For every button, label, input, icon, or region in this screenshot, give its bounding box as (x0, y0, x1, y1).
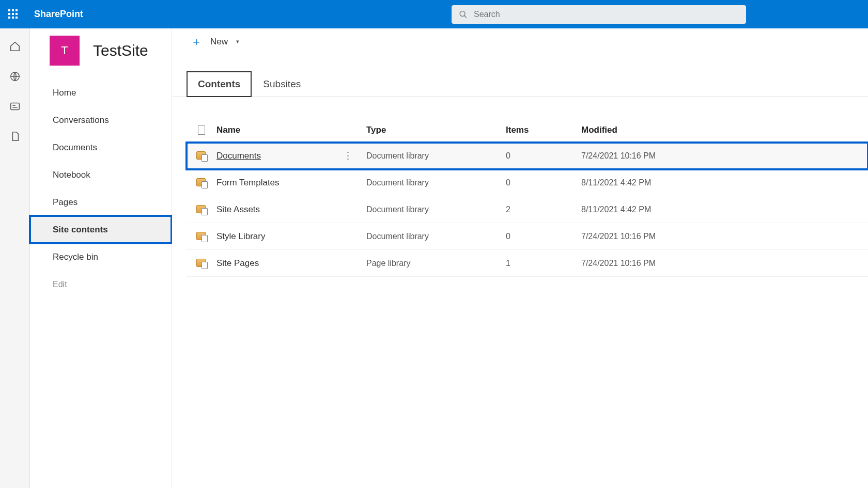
item-name-link[interactable]: Documents (216, 151, 261, 161)
tab[interactable]: Contents (187, 71, 252, 97)
library-icon (196, 151, 207, 161)
nav-item[interactable]: Recycle bin (30, 243, 172, 271)
item-type: Document library (366, 178, 506, 187)
item-modified: 7/24/2021 10:16 PM (581, 232, 674, 241)
new-button[interactable]: ＋ New ▾ (187, 31, 243, 53)
app-launcher-icon[interactable] (8, 9, 19, 20)
item-count: 2 (506, 205, 581, 214)
left-panel: T TestSite HomeConversationsDocumentsNot… (30, 28, 172, 488)
contents-table: Name Type Items Modified Documents⋮Docum… (172, 97, 868, 277)
table-header-row: Name Type Items Modified (187, 118, 868, 143)
suite-header: SharePoint (0, 0, 868, 28)
nav-edit-link[interactable]: Edit (30, 271, 172, 298)
command-bar: ＋ New ▾ (172, 28, 868, 55)
item-modified: 7/24/2021 10:16 PM (581, 151, 674, 161)
column-header-name[interactable]: Name (216, 125, 366, 135)
search-icon (459, 10, 468, 19)
site-logo[interactable]: T (50, 36, 80, 66)
column-header-items[interactable]: Items (506, 125, 581, 135)
quick-launch-nav: HomeConversationsDocumentsNotebookPagesS… (30, 73, 172, 298)
library-icon (196, 259, 207, 268)
globe-icon[interactable] (9, 71, 21, 82)
item-modified: 7/24/2021 10:16 PM (581, 259, 674, 268)
svg-rect-3 (10, 103, 19, 110)
item-count: 1 (506, 259, 581, 268)
nav-item[interactable]: Notebook (30, 161, 172, 188)
table-row[interactable]: Form TemplatesDocument library08/11/2021… (187, 169, 868, 196)
item-name-link[interactable]: Form Templates (216, 178, 280, 188)
more-actions-icon[interactable]: ⋮ (342, 150, 354, 162)
svg-point-0 (460, 11, 465, 16)
search-input[interactable] (474, 10, 739, 19)
chevron-down-icon: ▾ (236, 38, 239, 45)
item-name-link[interactable]: Site Pages (216, 258, 259, 269)
nav-item[interactable]: Site contents (30, 216, 172, 243)
nav-item[interactable]: Home (30, 79, 172, 106)
news-icon[interactable] (9, 101, 21, 112)
item-count: 0 (506, 232, 581, 241)
app-rail (0, 28, 30, 488)
item-count: 0 (506, 151, 581, 161)
main-content: ＋ New ▾ ContentsSubsites Name Type Items… (172, 28, 868, 488)
item-modified: 8/11/2021 4:42 PM (581, 178, 674, 187)
tab[interactable]: Subsites (252, 71, 312, 97)
library-icon (196, 232, 207, 241)
item-count: 0 (506, 178, 581, 187)
nav-item[interactable]: Documents (30, 134, 172, 161)
library-icon (196, 178, 207, 187)
item-type: Document library (366, 232, 506, 241)
nav-item[interactable]: Pages (30, 188, 172, 216)
item-type: Document library (366, 151, 506, 161)
nav-item[interactable]: Conversations (30, 106, 172, 134)
file-type-header-icon[interactable] (198, 125, 205, 135)
site-header: T TestSite (30, 28, 172, 73)
site-title[interactable]: TestSite (93, 42, 148, 59)
plus-icon: ＋ (191, 34, 202, 50)
table-row[interactable]: Site PagesPage library17/24/2021 10:16 P… (187, 250, 868, 277)
item-name-link[interactable]: Site Assets (216, 204, 260, 215)
brand-label[interactable]: SharePoint (34, 9, 83, 20)
item-name-link[interactable]: Style Library (216, 231, 265, 242)
new-button-label: New (210, 37, 228, 47)
item-type: Document library (366, 205, 506, 214)
table-row[interactable]: Style LibraryDocument library07/24/2021 … (187, 223, 868, 250)
table-row[interactable]: Site AssetsDocument library28/11/2021 4:… (187, 196, 868, 223)
file-icon[interactable] (9, 131, 21, 142)
home-icon[interactable] (9, 41, 21, 52)
item-type: Page library (366, 259, 506, 268)
table-row[interactable]: Documents⋮Document library07/24/2021 10:… (187, 143, 868, 169)
column-header-modified[interactable]: Modified (581, 125, 674, 135)
item-modified: 8/11/2021 4:42 PM (581, 205, 674, 214)
svg-line-1 (464, 15, 467, 18)
search-box[interactable] (452, 5, 746, 24)
column-header-type[interactable]: Type (366, 125, 506, 135)
tabs: ContentsSubsites (172, 55, 868, 97)
library-icon (196, 205, 207, 214)
